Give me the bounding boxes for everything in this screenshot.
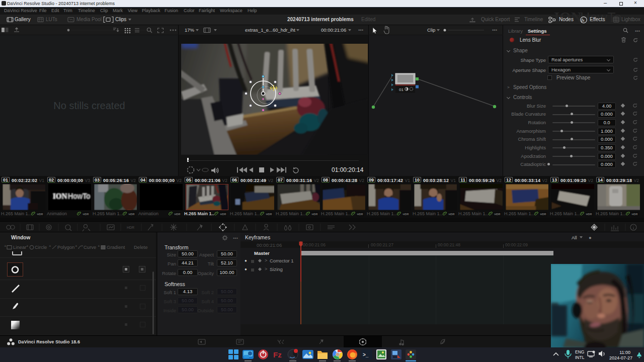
- svg-text:+: +: [49, 244, 51, 248]
- svg-text:11:00: 11:00: [619, 350, 630, 355]
- svg-text:+: +: [4, 244, 7, 248]
- svg-text:fx: fx: [582, 18, 585, 23]
- svg-text:HDR: HDR: [127, 226, 134, 229]
- svg-text:>_: >_: [363, 352, 369, 357]
- svg-text:ION: ION: [53, 192, 67, 200]
- svg-text:2024-07-27: 2024-07-27: [609, 355, 632, 360]
- svg-text:INTL: INTL: [575, 355, 585, 360]
- svg-text:+: +: [98, 244, 100, 248]
- svg-text:01: 01: [399, 87, 404, 92]
- svg-text:HowTo: HowTo: [68, 192, 90, 200]
- svg-text:Fz: Fz: [273, 350, 282, 359]
- svg-text:ENG: ENG: [575, 349, 584, 354]
- svg-text:+: +: [75, 244, 77, 248]
- svg-text:+: +: [26, 244, 29, 248]
